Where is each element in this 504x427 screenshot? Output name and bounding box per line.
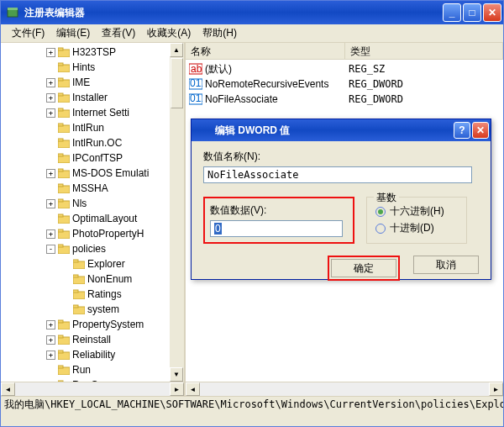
- tree-scroll-v[interactable]: ▲ ▼: [170, 43, 184, 382]
- tree-item[interactable]: +PropertySystem: [4, 317, 184, 332]
- dialog-titlebar[interactable]: 编辑 DWORD 值 ? ✕: [192, 119, 491, 141]
- list-row[interactable]: 011NoFileAssociateREG_DWORD: [186, 92, 503, 107]
- radio-dec[interactable]: 十进制(D): [375, 221, 458, 235]
- svg-rect-7: [58, 78, 63, 81]
- tree-item[interactable]: +Internet Setti: [4, 105, 184, 120]
- tree-item[interactable]: +Reinstall: [4, 332, 184, 347]
- tree-item[interactable]: -policies: [4, 241, 184, 256]
- toggle-icon[interactable]: +: [46, 335, 55, 345]
- scroll-thumb[interactable]: [171, 58, 183, 108]
- scroll-right-button[interactable]: ►: [170, 382, 184, 396]
- toggle-icon[interactable]: +: [46, 48, 55, 57]
- values-scroll-h[interactable]: ◄ ►: [186, 382, 503, 396]
- close-button[interactable]: ✕: [483, 3, 501, 22]
- menu-edit[interactable]: 编辑(E): [50, 24, 96, 42]
- tree-item[interactable]: Hints: [4, 60, 184, 75]
- dialog-close-button[interactable]: ✕: [472, 122, 489, 139]
- value-data-label: 数值数据(V):: [210, 203, 348, 218]
- folder-icon: [58, 198, 70, 208]
- folder-icon: [58, 138, 70, 148]
- tree-item[interactable]: +MS-DOS Emulati: [4, 166, 184, 181]
- scroll-left-button[interactable]: ◄: [186, 382, 200, 396]
- maximize-button[interactable]: □: [463, 3, 481, 22]
- tree-label: MSSHA: [72, 182, 108, 194]
- tree-label: Reinstall: [72, 334, 111, 345]
- values-list[interactable]: ab(默认)REG_SZ011NoRemoteRecursiveEventsRE…: [186, 60, 503, 108]
- toggle-icon[interactable]: +: [46, 199, 55, 208]
- list-row[interactable]: ab(默认)REG_SZ: [186, 61, 503, 76]
- value-name-label: 数值名称(N):: [203, 150, 479, 164]
- svg-rect-19: [58, 169, 63, 171]
- tree-item[interactable]: +Reliability: [4, 347, 184, 362]
- tree-item[interactable]: IntlRun: [4, 120, 184, 135]
- tree-label: PhotoPropertyH: [72, 228, 144, 240]
- menu-file[interactable]: 文件(F): [6, 24, 50, 42]
- ok-button[interactable]: 确定: [331, 259, 396, 277]
- svg-rect-17: [58, 154, 63, 156]
- toggle-icon[interactable]: +: [46, 320, 55, 329]
- tree-item[interactable]: IPConfTSP: [4, 150, 184, 166]
- tree-label: PropertySystem: [72, 319, 144, 330]
- toggle-icon[interactable]: +: [46, 169, 55, 178]
- tree-item[interactable]: +Installer: [4, 90, 184, 105]
- tree-scroll-h[interactable]: ◄ ►: [1, 382, 184, 396]
- toggle-icon[interactable]: +: [46, 351, 55, 360]
- tree-item[interactable]: Run: [4, 362, 184, 377]
- folder-icon: [73, 274, 85, 284]
- svg-rect-35: [73, 290, 78, 293]
- minimize-button[interactable]: _: [443, 3, 461, 22]
- col-name[interactable]: 名称: [186, 43, 345, 59]
- radio-hex-label: 十六进制(H): [390, 204, 444, 219]
- tree-label: Installer: [72, 92, 108, 103]
- value-data-text: 0: [214, 223, 222, 235]
- menu-view[interactable]: 查看(V): [96, 24, 141, 42]
- titlebar[interactable]: 注册表编辑器 _ □ ✕: [1, 1, 503, 24]
- toggle-icon[interactable]: -: [46, 245, 55, 254]
- svg-rect-29: [58, 245, 63, 247]
- scroll-up-button[interactable]: ▲: [170, 43, 183, 57]
- svg-rect-13: [58, 124, 63, 126]
- help-button[interactable]: ?: [454, 122, 470, 139]
- list-row[interactable]: 011NoRemoteRecursiveEventsREG_DWORD: [186, 76, 503, 92]
- tree-item[interactable]: +PhotoPropertyH: [4, 226, 184, 241]
- menu-favorites[interactable]: 收藏夹(A): [141, 24, 197, 42]
- scroll-left-button[interactable]: ◄: [1, 382, 15, 396]
- radio-hex[interactable]: 十六进制(H): [375, 204, 458, 219]
- tree-item[interactable]: NonEnum: [4, 271, 184, 287]
- tree[interactable]: +H323TSPHints+IME+Installer+Internet Set…: [1, 43, 184, 396]
- folder-icon: [58, 335, 70, 345]
- menu-help[interactable]: 帮助(H): [197, 24, 243, 42]
- regedit-window: 注册表编辑器 _ □ ✕ 文件(F) 编辑(E) 查看(V) 收藏夹(A) 帮助…: [0, 0, 504, 427]
- svg-rect-37: [73, 305, 78, 308]
- tree-item[interactable]: Ratings: [4, 287, 184, 302]
- tree-item[interactable]: +IME: [4, 75, 184, 90]
- value-name-field[interactable]: NoFileAssociate: [203, 166, 472, 183]
- folder-icon: [58, 153, 70, 163]
- value-type: REG_DWORD: [345, 78, 407, 90]
- svg-rect-23: [58, 199, 63, 202]
- toggle-icon[interactable]: +: [46, 108, 55, 118]
- value-name: NoFileAssociate: [205, 93, 278, 105]
- value-data-field[interactable]: 0: [210, 220, 343, 237]
- folder-icon: [73, 289, 85, 299]
- tree-item[interactable]: +H323TSP: [4, 45, 184, 60]
- tree-item[interactable]: +Nls: [4, 196, 184, 211]
- radio-hex-icon: [375, 207, 386, 217]
- toggle-icon[interactable]: +: [46, 93, 55, 103]
- ok-highlight: 确定: [328, 256, 400, 281]
- tree-item[interactable]: MSSHA: [4, 181, 184, 196]
- value-data-highlight: 数值数据(V): 0: [203, 197, 354, 244]
- tree-item[interactable]: IntlRun.OC: [4, 135, 184, 150]
- tree-item[interactable]: Explorer: [4, 256, 184, 271]
- tree-item[interactable]: OptimalLayout: [4, 211, 184, 226]
- scroll-right-button[interactable]: ►: [489, 382, 503, 396]
- svg-rect-1: [8, 8, 18, 10]
- svg-rect-45: [58, 366, 63, 368]
- toggle-icon[interactable]: +: [46, 229, 55, 239]
- toggle-icon[interactable]: +: [46, 78, 55, 87]
- cancel-button[interactable]: 取消: [413, 256, 479, 274]
- tree-item[interactable]: system: [4, 302, 184, 317]
- scroll-down-button[interactable]: ▼: [170, 367, 183, 382]
- col-type[interactable]: 类型: [345, 43, 503, 59]
- tree-label: Ratings: [87, 288, 122, 300]
